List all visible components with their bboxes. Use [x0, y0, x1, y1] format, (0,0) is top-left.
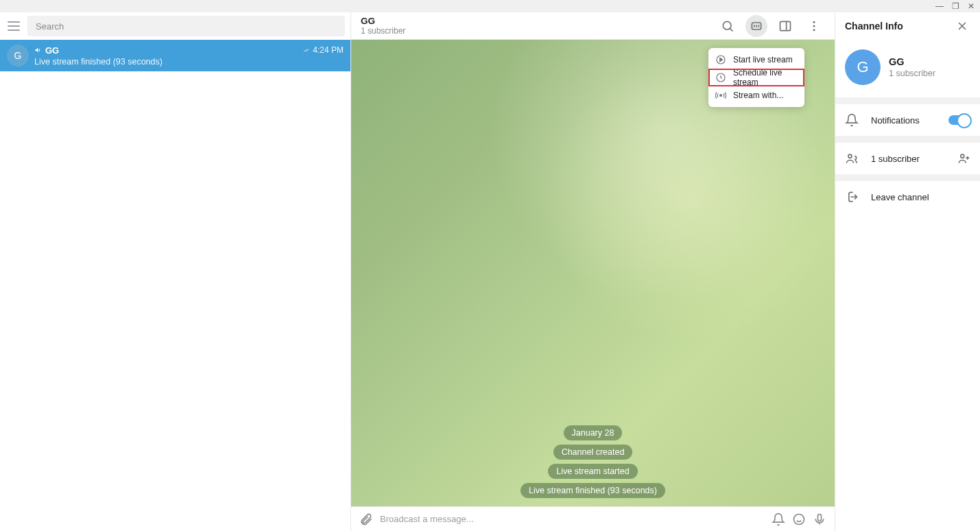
broadcast-icon	[715, 90, 726, 101]
svg-point-9	[794, 514, 804, 524]
kebab-icon	[807, 19, 821, 33]
clock-icon	[715, 72, 726, 83]
chat-list: G GG 4:24 PM Live stream finished (93 se…	[0, 40, 350, 531]
search-in-chat-button[interactable]	[717, 15, 739, 37]
app-container: G GG 4:24 PM Live stream finished (93 se…	[0, 12, 980, 531]
mic-icon[interactable]	[813, 512, 826, 526]
check-double-icon	[302, 47, 311, 54]
subscribers-label: 1 subscriber	[871, 154, 944, 164]
leave-channel-row[interactable]: Leave channel	[835, 181, 980, 213]
date-pill: January 28	[564, 425, 623, 440]
people-icon	[845, 152, 859, 165]
svg-rect-10	[818, 514, 822, 521]
chat-header-actions	[717, 15, 825, 37]
start-livestream-item[interactable]: Start live stream	[708, 51, 804, 69]
close-window-button[interactable]: ✕	[968, 1, 975, 11]
attach-icon[interactable]	[359, 512, 373, 526]
chat-preview: Live stream finished (93 seconds)	[34, 57, 344, 67]
chat-header-info: GG 1 subscriber	[361, 16, 711, 36]
more-options-button[interactable]	[803, 15, 825, 37]
subscribers-row[interactable]: 1 subscriber	[835, 143, 980, 174]
profile-name: GG	[889, 56, 935, 67]
svg-point-4	[813, 25, 815, 27]
svg-point-0	[723, 21, 731, 30]
chat-time: 4:24 PM	[302, 45, 344, 55]
logout-icon	[845, 190, 859, 204]
search-input[interactable]	[27, 16, 345, 36]
profile-avatar[interactable]: G	[845, 49, 881, 85]
chat-header-title: GG	[361, 16, 711, 26]
megaphone-icon	[34, 46, 43, 54]
svg-point-3	[813, 21, 815, 23]
panel-icon	[778, 19, 792, 33]
service-message: Live stream started	[548, 464, 637, 479]
notifications-toggle[interactable]	[948, 115, 970, 125]
chat-avatar: G	[7, 45, 29, 67]
leave-channel-label: Leave channel	[871, 192, 970, 202]
notifications-label: Notifications	[871, 115, 936, 126]
chat-header[interactable]: GG 1 subscriber	[351, 12, 835, 40]
svg-rect-2	[780, 21, 791, 30]
chat-name: GG	[34, 45, 59, 56]
section-divider	[835, 136, 980, 143]
chat-list-item[interactable]: G GG 4:24 PM Live stream finished (93 se…	[0, 40, 350, 71]
livestream-dropdown: Start live stream Schedule live stream S…	[708, 48, 804, 107]
hamburger-menu-button[interactable]	[5, 18, 22, 34]
svg-point-5	[813, 29, 815, 31]
service-message: Channel created	[553, 445, 633, 460]
chat-item-body: GG 4:24 PM Live stream finished (93 seco…	[34, 45, 344, 67]
maximize-button[interactable]: ❐	[952, 1, 959, 11]
service-message: Live stream finished (93 seconds)	[521, 483, 665, 498]
profile-section: G GG 1 subscriber	[835, 40, 980, 104]
profile-subtitle: 1 subscriber	[889, 69, 935, 78]
channel-info-panel: Channel Info G GG 1 subscriber Notificat…	[835, 12, 980, 531]
bell-icon	[845, 113, 859, 127]
close-icon	[955, 19, 969, 33]
livestream-icon	[750, 19, 763, 33]
minimize-button[interactable]: —	[935, 1, 944, 11]
left-sidebar: G GG 4:24 PM Live stream finished (93 se…	[0, 12, 351, 531]
play-circle-icon	[715, 54, 726, 65]
notifications-row[interactable]: Notifications	[835, 104, 980, 136]
svg-point-12	[961, 154, 964, 158]
compose-bar	[351, 506, 835, 531]
section-divider	[835, 174, 980, 181]
notification-compose-icon[interactable]	[772, 512, 785, 526]
close-panel-button[interactable]	[954, 18, 970, 34]
window-titlebar: — ❐ ✕	[0, 0, 980, 12]
svg-point-8	[720, 95, 722, 97]
livestream-button[interactable]	[745, 15, 767, 37]
service-messages: January 28 Channel created Live stream s…	[351, 425, 835, 498]
left-header	[0, 12, 350, 40]
add-member-icon[interactable]	[957, 152, 970, 165]
chat-header-subtitle: 1 subscriber	[361, 26, 711, 36]
schedule-livestream-item[interactable]: Schedule live stream	[708, 69, 804, 86]
stream-with-item[interactable]: Stream with...	[708, 86, 804, 104]
svg-point-11	[848, 154, 852, 158]
channel-info-title: Channel Info	[845, 21, 903, 32]
search-icon	[721, 19, 734, 33]
emoji-icon[interactable]	[792, 512, 806, 526]
message-input[interactable]	[380, 514, 765, 524]
channel-info-header: Channel Info	[835, 12, 980, 40]
chat-messages-area[interactable]: January 28 Channel created Live stream s…	[351, 40, 835, 506]
side-panel-toggle-button[interactable]	[774, 15, 796, 37]
chat-panel: GG 1 subscriber January 28	[351, 12, 835, 531]
